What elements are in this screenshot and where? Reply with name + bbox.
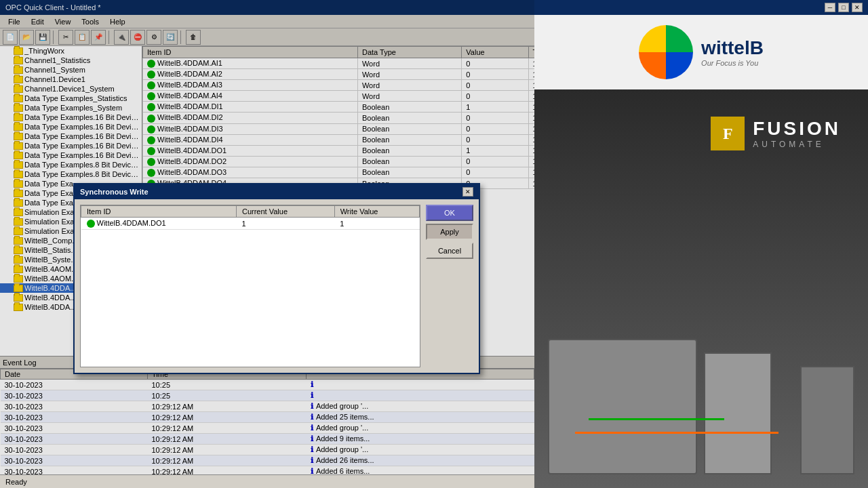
item-status-icon [87,220,95,228]
status-text: Ready [5,478,27,486]
dialog-col-current-value: Current Value [236,206,334,218]
dialog-apply-button[interactable]: Apply [426,224,473,240]
fusion-image-area: F FUSION AUTOMATE [534,89,868,488]
maximize-button[interactable]: □ [838,3,849,12]
table-row: WittelB.4DDAM.DO1 1 1 [81,218,420,230]
fusion-content: F FUSION AUTOMATE [534,89,868,488]
dialog-row-current-value: 1 [236,218,334,230]
dialog-cancel-button[interactable]: Cancel [426,243,473,259]
fusion-icon: F [711,117,745,150]
wittelb-main-text: wittelB [701,37,764,59]
fusion-main-text: FUSION [753,118,841,140]
dialog-row-write-value[interactable]: 1 [334,218,419,230]
sync-write-dialog: Synchronous Write ✕ Item ID Current Valu… [73,183,480,374]
wittelb-logo: wittelB Our Focus is You [639,25,764,79]
dialog-row-id: WittelB.4DDAM.DO1 [81,218,237,230]
fusion-sub-text: AUTOMATE [753,140,841,149]
dialog-title: Synchronous Write [80,188,149,196]
window-controls: ─ □ ✕ [825,3,863,12]
wittelb-circle-logo [639,25,693,79]
dialog-table: Item ID Current Value Write Value Wittel… [81,205,420,230]
dialog-content: Item ID Current Value Write Value Wittel… [75,199,479,373]
wittelb-text-area: wittelB Our Focus is You [701,37,764,67]
dialog-table-area: Item ID Current Value Write Value Wittel… [80,205,420,367]
wittelb-sub-text: Our Focus is You [701,59,764,67]
advertisement-panel: wittelB Our Focus is You F [534,15,868,488]
dialog-close-button[interactable]: ✕ [462,187,473,197]
fusion-logo: F FUSION AUTOMATE [711,117,841,150]
dialog-title-bar: Synchronous Write ✕ [75,184,479,199]
dialog-col-item-id: Item ID [81,206,237,218]
minimize-button[interactable]: ─ [825,3,835,12]
dialog-col-write-value: Write Value [334,206,419,218]
dialog-ok-button[interactable]: OK [426,205,473,221]
dialog-button-panel: OK Apply Cancel [426,205,473,367]
wittelb-logo-area: wittelB Our Focus is You [534,15,868,89]
close-button[interactable]: ✕ [852,3,863,12]
